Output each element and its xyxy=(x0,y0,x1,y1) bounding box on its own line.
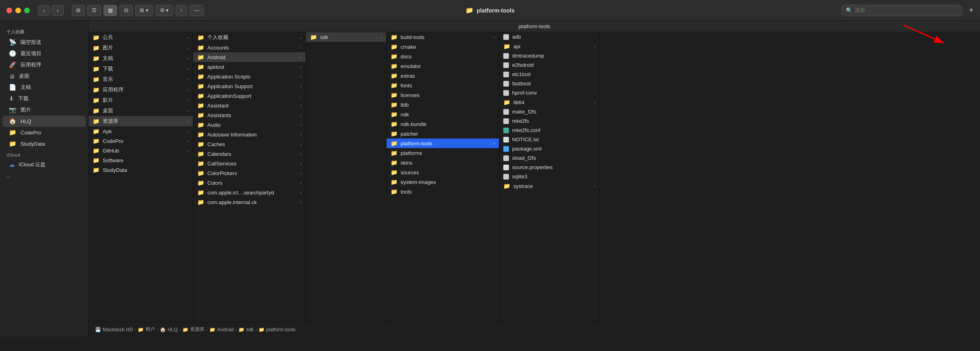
list-item[interactable]: 📁 资源库 › xyxy=(89,116,193,126)
share-button[interactable]: ↑ xyxy=(176,5,187,16)
list-item[interactable]: 📁 sources xyxy=(387,167,499,177)
back-button[interactable]: ‹ xyxy=(38,5,50,16)
list-item[interactable]: 📁 文稿 › xyxy=(89,53,193,64)
sidebar-item-documents[interactable]: 📄 文稿 xyxy=(2,82,86,93)
list-item[interactable]: 📁 ndk-bundle xyxy=(387,119,499,129)
list-item[interactable]: 📁 影片 › xyxy=(89,95,193,105)
list-item[interactable]: 📁 Audio › xyxy=(193,120,306,130)
list-item[interactable]: 📁 api › xyxy=(499,41,600,51)
list-item[interactable]: 📁 个人收藏 › xyxy=(193,32,306,43)
sidebar-item-airdrop[interactable]: 📡 隔空投送 xyxy=(2,37,86,48)
path-item[interactable]: 🏠 HLQ xyxy=(160,327,178,332)
path-item[interactable]: 📁 用户 xyxy=(138,326,155,333)
tag-button[interactable]: — xyxy=(190,5,204,16)
list-item[interactable]: 📁 下载 › xyxy=(89,64,193,74)
list-item[interactable]: 📁 com.apple.icl....searchpartyd › xyxy=(193,188,306,197)
list-item[interactable]: NOTICE.txt xyxy=(499,135,600,144)
list-item[interactable]: make_f2fs xyxy=(499,107,600,116)
list-item[interactable]: 📁 Android › xyxy=(193,52,306,62)
list-item[interactable]: sload_f2fs xyxy=(499,153,600,163)
sidebar-item-codepro[interactable]: 📁 CodePro xyxy=(2,127,86,138)
list-item[interactable]: 📁 sdk › xyxy=(306,32,386,42)
list-item[interactable]: 📁 Calendars › xyxy=(193,149,306,159)
list-item[interactable]: 📁 ndk xyxy=(387,109,499,119)
list-item[interactable]: 📁 extras xyxy=(387,71,499,81)
list-item[interactable]: mke2fs xyxy=(499,116,600,126)
list-item[interactable]: adb xyxy=(499,32,600,41)
list-item[interactable]: dmtracedump xyxy=(499,51,600,60)
list-item[interactable]: 📁 skins xyxy=(387,158,499,167)
list-item[interactable]: 📁 Application Scripts › xyxy=(193,72,306,81)
list-item[interactable]: 📁 GitHub › xyxy=(89,146,193,155)
view-gallery-button[interactable]: ⊟ xyxy=(120,5,133,16)
list-item[interactable]: 📁 Assistants › xyxy=(193,110,306,120)
list-item[interactable]: 📁 图片 › xyxy=(89,43,193,53)
list-item[interactable]: 📁 system-images xyxy=(387,177,499,187)
forward-button[interactable]: › xyxy=(52,5,64,16)
list-item[interactable]: 📁 CodePro › xyxy=(89,136,193,146)
list-item[interactable]: 📁 CallServices › xyxy=(193,159,306,168)
list-item[interactable]: 📁 ApplicationSupport › xyxy=(193,91,306,101)
path-item[interactable]: 📁 资源库 xyxy=(182,326,205,333)
search-bar[interactable]: 🔍 xyxy=(841,5,962,16)
list-item[interactable]: 📁 cmake xyxy=(387,42,499,52)
list-item[interactable]: 📁 Accounts › xyxy=(193,43,306,52)
minimize-button[interactable] xyxy=(15,8,21,13)
close-button[interactable] xyxy=(6,8,12,13)
list-item[interactable]: source.properties xyxy=(499,163,600,172)
list-item[interactable]: 📁 lldb xyxy=(387,100,499,109)
view-list-button[interactable]: ☰ xyxy=(87,5,101,16)
maximize-button[interactable] xyxy=(24,8,30,13)
list-item[interactable]: 📁 Apk › xyxy=(89,126,193,136)
list-item[interactable]: fastboot xyxy=(499,79,600,88)
list-item[interactable]: 📁 Application Support › xyxy=(193,81,306,91)
list-item[interactable]: 📁 lib64 › xyxy=(499,97,600,107)
list-item[interactable]: 📁 licenses xyxy=(387,90,499,100)
sidebar-item-desktop[interactable]: 🖥 桌面 xyxy=(2,70,86,82)
list-item[interactable]: 📁 Autosave Information › xyxy=(193,130,306,139)
list-item[interactable]: 📁 docs xyxy=(387,52,499,61)
list-item[interactable]: package.xml xyxy=(499,144,600,153)
list-item[interactable]: 📁 ColorPickers › xyxy=(193,168,306,178)
list-item[interactable]: 📁 patcher xyxy=(387,129,499,138)
list-item[interactable]: hprof-conv xyxy=(499,88,600,97)
sidebar-item-applications[interactable]: 🚀 应用程序 xyxy=(2,59,86,70)
path-item[interactable]: 📁 Android xyxy=(209,327,234,332)
list-item[interactable]: etc1tool xyxy=(499,70,600,79)
sidebar-item-downloads[interactable]: ⬇ 下载 xyxy=(2,93,86,104)
search-input[interactable] xyxy=(855,7,958,13)
path-item[interactable]: 📁 platform-tools xyxy=(258,327,296,332)
list-item[interactable]: 📁 应用程序 › xyxy=(89,85,193,95)
sidebar-item-studydata[interactable]: 📁 StudyData xyxy=(2,138,86,149)
sidebar-item-hlq[interactable]: 🏠 HLQ xyxy=(2,116,86,127)
list-item[interactable]: 📁 Caches › xyxy=(193,139,306,149)
list-item[interactable]: 📁 Assistant › xyxy=(193,101,306,110)
list-item[interactable]: sqlite3 xyxy=(499,172,600,181)
list-item[interactable]: 📁 systrace › xyxy=(499,181,600,191)
actions-button[interactable]: ⚙ ▾ xyxy=(155,5,174,16)
list-item[interactable]: 📁 音乐 › xyxy=(89,74,193,85)
list-item[interactable]: mke2fs.conf xyxy=(499,126,600,135)
list-item[interactable]: 📁 platforms xyxy=(387,148,499,158)
list-item[interactable]: 📁 platform-tools › xyxy=(387,138,499,148)
list-item[interactable]: 📁 com.apple.internal.ck › xyxy=(193,197,306,207)
path-item[interactable]: 💾 Macintosh HD xyxy=(95,327,133,332)
list-item[interactable]: 📁 公共 › xyxy=(89,32,193,43)
list-item[interactable]: 📁 StudyData xyxy=(89,165,193,175)
list-item[interactable]: 📁 apktool › xyxy=(193,62,306,72)
view-grid-button[interactable]: ⊞ xyxy=(72,5,85,16)
list-item[interactable]: 📁 tools xyxy=(387,187,499,196)
sidebar-item-pictures[interactable]: 📷 图片 xyxy=(2,104,86,116)
list-item[interactable]: 📁 Colors › xyxy=(193,178,306,188)
arrange-button[interactable]: ⊞ ▾ xyxy=(135,5,153,16)
sidebar-item-recents[interactable]: 🕐 最近项目 xyxy=(2,48,86,59)
list-item[interactable]: e2fsdroid xyxy=(499,60,600,70)
list-item[interactable]: 📁 桌面 › xyxy=(89,105,193,116)
list-item[interactable]: 📁 build-tools › xyxy=(387,32,499,42)
list-item[interactable]: 📁 emulator xyxy=(387,61,499,71)
list-item[interactable]: 📁 Software xyxy=(89,155,193,165)
path-item[interactable]: 📁 sdk xyxy=(238,327,254,332)
add-button[interactable]: + xyxy=(969,6,974,15)
list-item[interactable]: 📁 fonts xyxy=(387,81,499,90)
view-column-button[interactable]: ▦ xyxy=(103,5,117,16)
